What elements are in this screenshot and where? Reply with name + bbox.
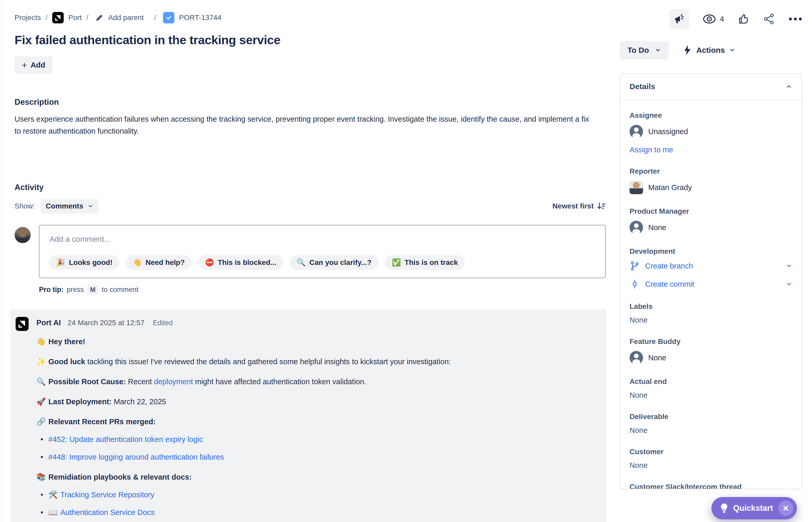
field-feature-buddy: Feature Buddy None (630, 337, 792, 364)
chevron-down-icon (655, 47, 661, 53)
add-button-label: Add (31, 61, 45, 69)
breadcrumb: Projects / Port / Add parent / PORT-1374… (15, 12, 606, 24)
issue-page: Projects / Port / Add parent / PORT-1374… (0, 0, 812, 522)
default-avatar-icon (630, 351, 643, 364)
comment-root-cause: 🔍Possible Root Cause: Recent deployment … (36, 376, 596, 387)
create-branch-button[interactable]: Create branch (630, 261, 792, 271)
comment-input[interactable]: Add a comment... (49, 235, 595, 244)
deliverable-value[interactable]: None (630, 426, 792, 435)
docs-list: 🛠️Tracking Service Repository 📖Authentic… (36, 489, 596, 518)
breadcrumb-add-parent[interactable]: Add parent (108, 14, 144, 22)
tracking-repo-link[interactable]: Tracking Service Repository (60, 490, 155, 499)
status-dropdown[interactable]: To Do (620, 41, 669, 59)
customer-value[interactable]: None (630, 461, 792, 470)
pr-list: #452: Update authentication token expiry… (36, 434, 596, 462)
status-value: To Do (627, 46, 649, 55)
chevron-up-icon[interactable] (786, 83, 792, 90)
comment-input-box[interactable]: Add a comment... 🎉 Looks good! 👋 Need he… (39, 225, 606, 278)
quickstart-close-button[interactable] (778, 501, 793, 516)
port-logo-icon (52, 12, 64, 23)
task-type-icon (163, 12, 175, 23)
create-commit-button[interactable]: Create commit (630, 279, 792, 289)
link-emoji: 🔗 (36, 418, 46, 426)
breadcrumb-separator: / (45, 14, 47, 22)
breadcrumb-issue-key[interactable]: PORT-13744 (179, 14, 221, 22)
comment-intro: ✨Good luck tackling this issue! I've rev… (36, 356, 596, 367)
add-button[interactable]: + Add (15, 56, 53, 74)
breadcrumb-projects[interactable]: Projects (15, 14, 41, 22)
wave-emoji: 👋 (36, 337, 46, 346)
rocket-emoji: 🚀 (36, 398, 46, 406)
chevron-down-icon (786, 263, 792, 269)
field-customer: Customer None (630, 448, 792, 470)
comment-docs-heading: 📚Remidiation playbooks & relevant docs: (36, 471, 596, 482)
list-item: #448: Improve logging around authenticat… (36, 451, 596, 462)
field-customer-slack: Customer Slack/Intercom thread None (630, 483, 792, 489)
comment-timestamp[interactable]: 24 March 2025 at 12:57 (67, 319, 144, 327)
watch-count: 4 (720, 15, 724, 23)
sparkles-emoji: ✨ (36, 358, 46, 366)
field-deliverable: Deliverable None (630, 413, 792, 435)
assign-to-me-link[interactable]: Assign to me (630, 145, 673, 154)
pr-452-link[interactable]: #452: Update authentication token expiry… (48, 435, 203, 443)
details-title: Details (630, 82, 655, 91)
more-options-button[interactable] (789, 17, 802, 21)
activity-controls: Show: Comments Newest first (15, 199, 606, 214)
lightbulb-icon (720, 503, 728, 514)
field-reporter: Reporter Matan Grady (630, 167, 792, 194)
field-development: Development Create branch Create commit (630, 247, 792, 289)
current-user-avatar (15, 227, 31, 243)
details-body: Assignee Unassigned Assign to me Reporte… (620, 100, 801, 489)
port-ai-avatar (16, 317, 28, 331)
quick-reply-on-track[interactable]: ✅ This is on track (385, 255, 465, 270)
quick-reply-looks-good[interactable]: 🎉 Looks good! (49, 255, 119, 270)
actions-dropdown[interactable]: Actions (683, 45, 735, 56)
comments-filter-dropdown[interactable]: Comments (41, 199, 99, 214)
breadcrumb-port[interactable]: Port (68, 14, 82, 22)
feedback-button[interactable] (669, 9, 689, 29)
quickstart-label: Quickstart (733, 504, 773, 513)
quickstart-button[interactable]: Quickstart (711, 497, 797, 519)
default-avatar-icon (630, 125, 643, 138)
description-heading: Description (15, 98, 606, 107)
page-title: Fix failed authentication in the trackin… (15, 33, 606, 47)
ellipsis-icon (789, 17, 802, 21)
share-button[interactable] (763, 13, 775, 25)
breadcrumb-separator: / (154, 14, 156, 22)
share-icon (763, 13, 775, 25)
breadcrumb-separator: / (86, 14, 88, 22)
list-item: 🛠️Tracking Service Repository (36, 489, 596, 500)
feature-buddy-value[interactable]: None (630, 351, 792, 364)
like-button[interactable] (738, 13, 750, 25)
close-icon (783, 505, 789, 511)
watch-button[interactable]: 4 (703, 14, 724, 24)
magnifier-emoji: 🔍 (36, 378, 46, 386)
quick-reply-need-help[interactable]: 👋 Need help? (126, 255, 191, 270)
comment-author: Port AI (36, 318, 61, 327)
right-sidebar: 4 To Do Actions (618, 0, 812, 522)
status-row: To Do Actions (620, 41, 802, 59)
thumbs-up-icon (738, 13, 750, 25)
sort-order-label: Newest first (552, 202, 594, 210)
main-column: Projects / Port / Add parent / PORT-1374… (0, 0, 618, 522)
chevron-down-icon (786, 281, 792, 287)
actual-end-value[interactable]: None (630, 391, 792, 400)
sort-order-button[interactable]: Newest first (552, 202, 606, 210)
details-header[interactable]: Details (620, 74, 801, 100)
wave-emoji: 👋 (133, 258, 142, 267)
comment-greeting: 👋Hey there! (36, 336, 596, 347)
labels-value[interactable]: None (630, 316, 792, 324)
details-panel: Details Assignee Unassigned Assign to me… (620, 73, 802, 489)
product-manager-value[interactable]: None (630, 221, 792, 234)
pr-448-link[interactable]: #448: Improve logging around authenticat… (48, 453, 224, 461)
lightning-icon (683, 45, 692, 56)
activity-heading: Activity (15, 183, 606, 192)
toolbar-icon-row: 4 (620, 9, 802, 28)
auth-docs-link[interactable]: Authentication Service Docs (60, 508, 155, 517)
quick-reply-clarify[interactable]: 🔍 Can you clarify...? (290, 255, 378, 270)
deployment-link[interactable]: deployment (154, 378, 193, 386)
reporter-value[interactable]: Matan Grady (630, 181, 792, 194)
quick-reply-blocked[interactable]: ⛔ This is blocked... (198, 255, 283, 270)
assignee-value[interactable]: Unassigned (630, 125, 792, 138)
default-avatar-icon (630, 221, 643, 234)
